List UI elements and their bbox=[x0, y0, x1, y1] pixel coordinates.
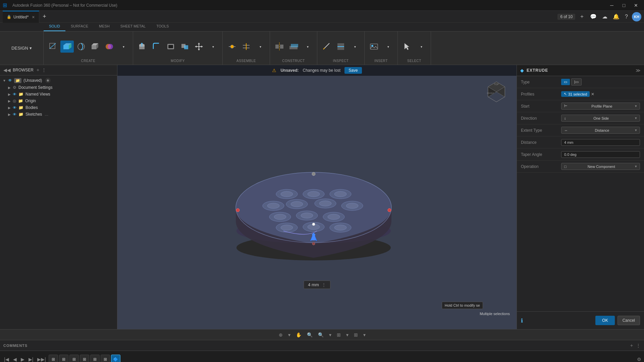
active-tab[interactable]: 🔒 Untitled* × bbox=[3, 11, 39, 23]
timeline-item-7-active[interactable]: 🔷 bbox=[111, 355, 120, 362]
timeline-play-button[interactable]: ▶ bbox=[19, 355, 26, 362]
create-dropdown[interactable]: ▾ bbox=[117, 44, 130, 50]
tab-mesh[interactable]: MESH bbox=[94, 23, 115, 31]
modify-dropdown[interactable]: ▾ bbox=[206, 44, 220, 50]
ok-button[interactable]: OK bbox=[595, 316, 614, 325]
new-tab-button[interactable]: + bbox=[39, 11, 50, 22]
collapse-arrow-bodies[interactable]: ▶ bbox=[8, 106, 11, 110]
grid-button[interactable]: ⊞ bbox=[335, 331, 343, 339]
bell-icon-button[interactable]: 🔔 bbox=[611, 12, 621, 21]
insert-dropdown[interactable]: ▾ bbox=[381, 44, 395, 50]
chat-icon-button[interactable]: 💬 bbox=[589, 12, 598, 21]
distance-input[interactable] bbox=[561, 139, 640, 146]
browser-add-button[interactable]: ＋ bbox=[36, 67, 40, 73]
timeline-item-4[interactable]: ⊞ bbox=[80, 355, 89, 362]
pan-button[interactable]: ✋ bbox=[294, 331, 304, 339]
viewport[interactable]: ⚠ Unsaved: Changes may be lost Save bbox=[117, 65, 517, 329]
profiles-clear-button[interactable]: ✕ bbox=[591, 92, 594, 97]
cloud-icon-button[interactable]: ☁ bbox=[601, 12, 609, 21]
measure-button[interactable] bbox=[320, 41, 333, 53]
midplane-button[interactable] bbox=[273, 41, 286, 53]
zoom-button[interactable]: 🔍 bbox=[305, 331, 315, 339]
fit-button[interactable]: 🔍 bbox=[316, 331, 326, 339]
browser-item-origin[interactable]: ▶ ◎ 📁 Origin bbox=[0, 98, 117, 104]
collapse-arrow-views[interactable]: ▶ bbox=[8, 93, 11, 96]
collapse-arrow-doc[interactable]: ▶ bbox=[8, 86, 11, 89]
start-dropdown[interactable]: ⊢ Profile Plane ▾ bbox=[561, 103, 640, 110]
orbit-button[interactable]: ⊕ bbox=[277, 331, 285, 339]
press-pull-button[interactable] bbox=[136, 41, 149, 53]
browser-expand-button[interactable]: ⋮ bbox=[42, 67, 46, 73]
timeline-next-button[interactable]: ▶| bbox=[27, 355, 35, 362]
comments-add-button[interactable]: ＋ bbox=[629, 343, 634, 349]
motion-button[interactable] bbox=[239, 41, 253, 53]
offset-plane-button[interactable] bbox=[287, 41, 300, 53]
tab-tools[interactable]: TOOLS bbox=[151, 23, 174, 31]
direction-dropdown[interactable]: ↕ One Side ▾ bbox=[561, 115, 640, 122]
timeline-settings-button[interactable]: ⚙ bbox=[637, 357, 641, 362]
comments-expand-button[interactable]: ⋮ bbox=[636, 343, 641, 348]
timeline-item-3[interactable]: ⊞ bbox=[69, 355, 79, 362]
fillet-button[interactable] bbox=[150, 41, 163, 53]
view-settings-dropdown[interactable]: ▾ bbox=[361, 331, 368, 339]
revolve-button[interactable] bbox=[74, 41, 88, 53]
extrude-button[interactable] bbox=[60, 41, 74, 53]
collapse-arrow-root[interactable]: ▼ bbox=[3, 79, 6, 82]
browser-item-sketches[interactable]: ▶ 👁 📁 Sketches … bbox=[0, 111, 117, 118]
panel-expand-button[interactable]: ≫ bbox=[636, 68, 641, 73]
shell-button[interactable] bbox=[164, 41, 177, 53]
section-analysis-button[interactable] bbox=[334, 41, 347, 53]
combine-button[interactable] bbox=[178, 41, 192, 53]
collapse-arrow-origin[interactable]: ▶ bbox=[8, 99, 11, 103]
timeline-item-6[interactable]: ⊞ bbox=[101, 355, 110, 362]
design-dropdown[interactable]: DESIGN ▾ bbox=[0, 32, 44, 65]
insert-image-button[interactable] bbox=[367, 41, 381, 53]
browser-collapse-btn[interactable]: ◀◀ bbox=[3, 67, 11, 73]
profiles-badge[interactable]: ↖ 31 selected bbox=[561, 91, 590, 97]
inspect-dropdown[interactable]: ▾ bbox=[348, 44, 362, 50]
tab-sheet-metal[interactable]: SHEET METAL bbox=[115, 23, 151, 31]
select-dropdown[interactable]: ▾ bbox=[415, 44, 428, 50]
browser-item-document-settings[interactable]: ▶ ⚙ Document Settings bbox=[0, 84, 117, 91]
box-button[interactable] bbox=[89, 41, 102, 53]
timeline-item-1[interactable]: ⊞ bbox=[49, 355, 58, 362]
taper-angle-input[interactable] bbox=[561, 151, 640, 158]
tab-surface[interactable]: SURFACE bbox=[65, 23, 94, 31]
extrude-thin-type-button[interactable]: |▭ bbox=[571, 78, 582, 85]
timeline-start-button[interactable]: |◀ bbox=[3, 355, 10, 362]
maximize-button[interactable]: □ bbox=[619, 1, 629, 10]
browser-item-named-views[interactable]: ▶ 👁 📁 Named Views bbox=[0, 91, 117, 98]
view-settings-button[interactable]: ⊞ bbox=[352, 331, 360, 339]
view-cube[interactable]: TOP FRONT bbox=[483, 78, 510, 105]
extrude-solid-type-button[interactable]: ▭ bbox=[561, 79, 570, 85]
grid-dropdown[interactable]: ▾ bbox=[344, 331, 351, 339]
display-mode-button[interactable]: ▾ bbox=[327, 331, 333, 339]
boolean-button[interactable] bbox=[103, 41, 116, 53]
timeline-prev-button[interactable]: ◀ bbox=[12, 355, 18, 362]
select-button[interactable] bbox=[400, 41, 414, 53]
minimize-button[interactable]: ─ bbox=[606, 1, 617, 10]
info-icon[interactable]: ℹ bbox=[521, 317, 523, 324]
design-button[interactable]: DESIGN ▾ bbox=[7, 44, 36, 53]
timeline-item-5[interactable]: ⊞ bbox=[90, 355, 100, 362]
joint-button[interactable] bbox=[225, 41, 239, 53]
move-button[interactable] bbox=[192, 41, 206, 53]
cancel-button[interactable]: Cancel bbox=[618, 316, 640, 325]
browser-item-bodies[interactable]: ▶ 👁 📁 Bodies bbox=[0, 104, 117, 111]
sketch-button[interactable] bbox=[46, 41, 60, 53]
tab-close-button[interactable]: × bbox=[32, 14, 35, 20]
add-tab-icon-button[interactable]: ＋ bbox=[578, 12, 586, 21]
browser-item-root[interactable]: ▼ 👁 📁 (Unsaved) ⊕ bbox=[0, 77, 117, 84]
dim-menu-button[interactable]: ⋮ bbox=[322, 282, 326, 287]
close-button[interactable]: ✕ bbox=[631, 1, 641, 10]
look-at-button[interactable]: ▾ bbox=[286, 331, 292, 339]
help-icon-button[interactable]: ? bbox=[624, 12, 629, 21]
operation-dropdown[interactable]: □ New Component ▾ bbox=[561, 163, 640, 170]
user-avatar[interactable]: KH bbox=[632, 12, 641, 21]
construct-dropdown[interactable]: ▾ bbox=[301, 44, 314, 50]
collapse-arrow-sketches[interactable]: ▶ bbox=[8, 113, 11, 116]
assemble-dropdown[interactable]: ▾ bbox=[254, 44, 267, 50]
save-button[interactable]: Save bbox=[344, 67, 362, 74]
extent-type-dropdown[interactable]: ↔ Distance ▾ bbox=[561, 127, 640, 134]
timeline-item-2[interactable]: ⊞ bbox=[59, 355, 68, 362]
